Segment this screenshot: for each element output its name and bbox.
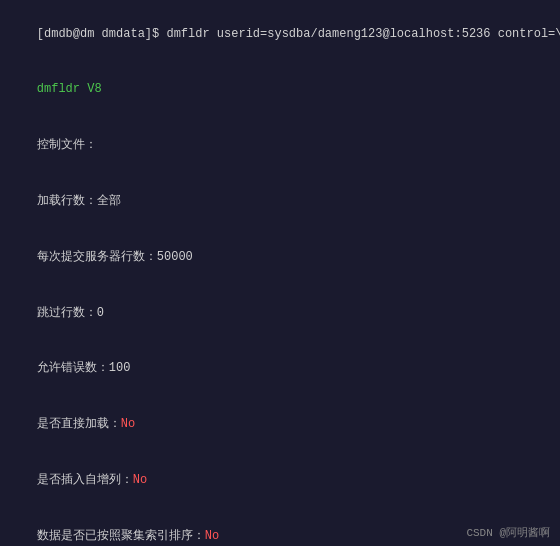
load-count-line: 加载行数：全部: [8, 173, 552, 229]
skip-line: 跳过行数：0: [8, 285, 552, 341]
watermark: CSDN @阿明酱啊: [466, 525, 550, 540]
terminal-window: [dmdb@dm dmdata]$ dmfldr userid=sysdba/d…: [0, 0, 560, 546]
batch-size-line: 每次提交服务器行数：50000: [8, 229, 552, 285]
direct-load-line: 是否直接加载：No: [8, 396, 552, 452]
control-file-line: 控制文件：: [8, 118, 552, 174]
prompt-text: [dmdb@dm dmdata]$ dmfldr userid=sysdba/d…: [37, 27, 560, 41]
prompt-line: [dmdb@dm dmdata]$ dmfldr userid=sysdba/d…: [8, 6, 552, 62]
dmfldr-version: dmfldr V8: [8, 62, 552, 118]
errors-line: 允许错误数：100: [8, 341, 552, 397]
insert-auto-value: No: [133, 473, 147, 487]
insert-auto-line: 是否插入自增列：No: [8, 452, 552, 508]
direct-load-value: No: [121, 417, 135, 431]
sorted-value: No: [205, 529, 219, 543]
